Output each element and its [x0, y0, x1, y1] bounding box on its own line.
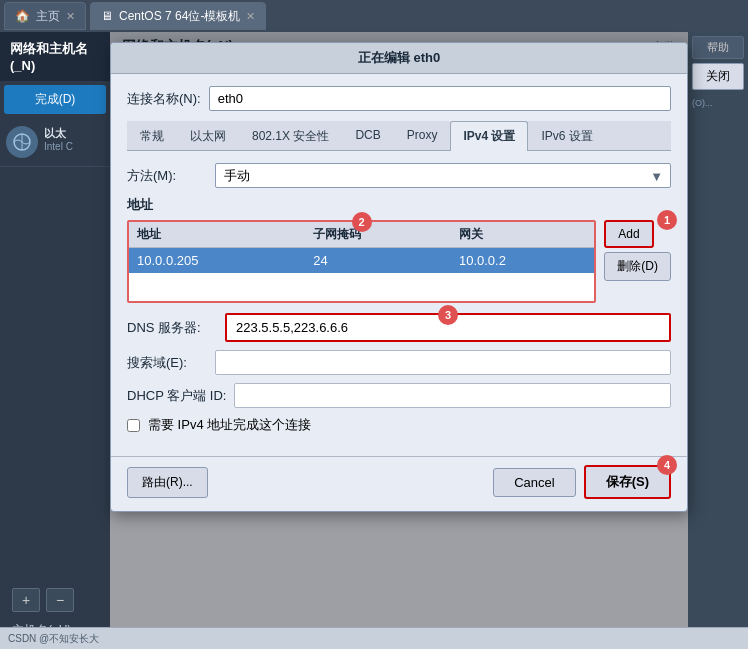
dhcp-input[interactable]: [234, 383, 671, 408]
address-table: 地址 子网掩码 网关 10.0.0.205 24 10.: [129, 222, 594, 301]
add-network-button[interactable]: +: [12, 588, 40, 612]
address-container: 2 地址 子网掩码 网关: [127, 220, 596, 303]
badge-4: 4: [657, 455, 677, 475]
checkbox-label: 需要 IPv4 地址完成这个连接: [148, 416, 311, 434]
remove-network-button[interactable]: −: [46, 588, 74, 612]
sidebar-item-text: 以太 Intel C: [44, 126, 73, 153]
badge-3: 3: [438, 305, 458, 325]
other-btn[interactable]: (O)...: [692, 98, 744, 108]
address-row[interactable]: 10.0.0.205 24 10.0.0.2: [129, 248, 594, 274]
dhcp-row: DHCP 客户端 ID:: [127, 383, 671, 408]
conn-name-label: 连接名称(N):: [127, 90, 201, 108]
tab-proxy[interactable]: Proxy: [394, 121, 451, 151]
center-area: 网络和主机名(_N) CENTOS 7 安装 正在编辑 eth0 连接名称(N)…: [110, 32, 688, 649]
sidebar-title: 网络和主机名(_N): [0, 32, 110, 81]
sidebar-network-item[interactable]: 以太 Intel C: [0, 118, 110, 167]
tab-home-close[interactable]: ✕: [66, 10, 75, 23]
dns-label: DNS 服务器:: [127, 319, 217, 337]
badge-2: 2: [352, 212, 372, 232]
address-empty-row: [129, 273, 594, 301]
tab-dcb[interactable]: DCB: [342, 121, 393, 151]
tabs-bar: 常规 以太网 802.1X 安全性 DCB Proxy IPv4 设置 IPv6…: [127, 121, 671, 151]
dialog-overlay: 正在编辑 eth0 连接名称(N): 常规 以太网 802.1X 安全性 DCB…: [110, 32, 688, 649]
help-button[interactable]: 帮助: [692, 36, 744, 59]
add-btn-wrapper: 1 Add: [604, 220, 671, 248]
dhcp-label: DHCP 客户端 ID:: [127, 387, 226, 405]
tab-centos[interactable]: 🖥 CentOS 7 64位-模板机 ✕: [90, 2, 266, 30]
dialog-body: 连接名称(N): 常规 以太网 802.1X 安全性 DCB Proxy IPv…: [111, 74, 687, 456]
main-area: 网络和主机名(_N) 完成(D) 以太 Intel C + − 主机名(_H): [0, 32, 748, 649]
tab-centos-close[interactable]: ✕: [246, 10, 255, 23]
search-label: 搜索域(E):: [127, 354, 207, 372]
add-address-button[interactable]: Add: [604, 220, 653, 248]
sidebar: 网络和主机名(_N) 完成(D) 以太 Intel C + − 主机名(_H): [0, 32, 110, 649]
complete-button[interactable]: 完成(D): [4, 85, 106, 114]
method-label: 方法(M):: [127, 167, 207, 185]
ipv4-required-checkbox[interactable]: [127, 419, 140, 432]
sidebar-net-sub: Intel C: [44, 140, 73, 153]
save-btn-wrapper: 4 保存(S): [584, 465, 671, 499]
search-row: 搜索域(E):: [127, 350, 671, 375]
tab-home[interactable]: 🏠 主页 ✕: [4, 2, 86, 30]
edit-dialog: 正在编辑 eth0 连接名称(N): 常规 以太网 802.1X 安全性 DCB…: [110, 42, 688, 512]
tab-centos-label: CentOS 7 64位-模板机: [119, 8, 240, 25]
search-input[interactable]: [215, 350, 671, 375]
conn-name-input[interactable]: [209, 86, 671, 111]
address-with-btns: 2 地址 子网掩码 网关: [127, 220, 671, 313]
tab-ipv4[interactable]: IPv4 设置: [450, 121, 528, 151]
address-cell: 10.0.0.205: [129, 248, 305, 274]
badge-1: 1: [657, 210, 677, 230]
tab-ipv6[interactable]: IPv6 设置: [528, 121, 605, 151]
dialog-titlebar: 正在编辑 eth0: [111, 43, 687, 74]
tab-home-label: 主页: [36, 8, 60, 25]
method-row: 方法(M): 手动 ▼: [127, 163, 671, 188]
network-icon: [6, 126, 38, 158]
tab-ethernet[interactable]: 以太网: [177, 121, 239, 151]
tab-8021x[interactable]: 802.1X 安全性: [239, 121, 342, 151]
sidebar-bottom: + −: [6, 582, 104, 618]
checkbox-row: 需要 IPv4 地址完成这个连接: [127, 416, 671, 434]
col-address: 地址: [129, 222, 305, 248]
address-section-label: 地址: [127, 196, 671, 214]
taskbar: 🏠 主页 ✕ 🖥 CentOS 7 64位-模板机 ✕: [0, 0, 748, 32]
route-button[interactable]: 路由(R)...: [127, 467, 208, 498]
conn-name-row: 连接名称(N):: [127, 86, 671, 111]
sidebar-net-main: 以太: [44, 126, 73, 140]
help-panel: 帮助 关闭 (O)...: [688, 32, 748, 649]
dns-row: DNS 服务器: 3: [127, 313, 671, 342]
address-btns: 1 Add 删除(D): [604, 220, 671, 281]
monitor-icon: 🖥: [101, 9, 113, 23]
bottom-bar: CSDN @不知安长大: [0, 627, 748, 649]
method-select[interactable]: 手动: [215, 163, 671, 188]
dns-container: 3: [225, 313, 671, 342]
home-icon: 🏠: [15, 9, 30, 23]
close-button[interactable]: 关闭: [692, 63, 744, 90]
col-gateway: 网关: [451, 222, 594, 248]
cancel-button[interactable]: Cancel: [493, 468, 575, 497]
tab-general[interactable]: 常规: [127, 121, 177, 151]
subnet-cell: 24: [305, 248, 451, 274]
delete-address-button[interactable]: 删除(D): [604, 252, 671, 281]
col-subnet: 子网掩码: [305, 222, 451, 248]
method-select-wrapper: 手动 ▼: [215, 163, 671, 188]
dialog-footer: 路由(R)... Cancel 4 保存(S): [111, 456, 687, 511]
bottom-text: CSDN @不知安长大: [8, 632, 99, 646]
gateway-cell: 10.0.0.2: [451, 248, 594, 274]
